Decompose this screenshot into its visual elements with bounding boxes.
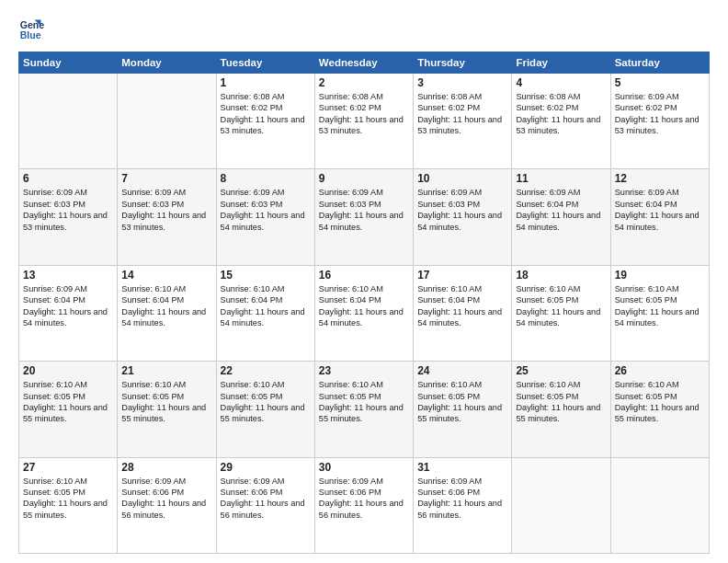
cell-line: Sunrise: 6:09 AM [319, 477, 383, 486]
logo-icon: General Blue [18, 17, 44, 42]
cell-line: Sunrise: 6:10 AM [615, 380, 679, 389]
cell-line: Sunrise: 6:10 AM [516, 284, 580, 293]
calendar-cell: 18Sunrise: 6:10 AMSunset: 6:05 PMDayligh… [512, 265, 610, 361]
cell-line: Daylight: 11 hours and 56 minutes. [417, 499, 502, 519]
calendar-cell: 16Sunrise: 6:10 AMSunset: 6:04 PMDayligh… [314, 265, 413, 361]
day-header-monday: Monday [118, 52, 216, 74]
cell-line: Sunset: 6:04 PM [121, 295, 184, 304]
calendar-cell: 5Sunrise: 6:09 AMSunset: 6:02 PMDaylight… [610, 74, 709, 169]
day-number: 2 [319, 76, 409, 89]
cell-text: Sunrise: 6:09 AMSunset: 6:03 PMDaylight:… [23, 187, 113, 233]
cell-text: Sunrise: 6:09 AMSunset: 6:03 PMDaylight:… [319, 187, 409, 233]
cell-line: Sunset: 6:05 PM [121, 392, 184, 401]
cell-line: Sunrise: 6:10 AM [23, 477, 87, 486]
cell-text: Sunrise: 6:10 AMSunset: 6:04 PMDaylight:… [417, 283, 507, 329]
day-header-sunday: Sunday [19, 52, 118, 74]
cell-line: Sunset: 6:05 PM [615, 392, 677, 401]
cell-line: Daylight: 11 hours and 54 minutes. [221, 211, 305, 231]
cell-line: Daylight: 11 hours and 53 minutes. [516, 115, 600, 135]
cell-line: Daylight: 11 hours and 54 minutes. [516, 211, 600, 231]
calendar-cell: 30Sunrise: 6:09 AMSunset: 6:06 PMDayligh… [314, 457, 413, 553]
cell-text: Sunrise: 6:10 AMSunset: 6:04 PMDaylight:… [319, 283, 409, 329]
cell-line: Sunrise: 6:08 AM [221, 92, 285, 101]
day-number: 9 [319, 172, 409, 185]
cell-line: Sunset: 6:05 PM [23, 488, 85, 497]
cell-text: Sunrise: 6:10 AMSunset: 6:05 PMDaylight:… [516, 283, 606, 329]
calendar-cell [19, 74, 118, 169]
cell-line: Daylight: 11 hours and 55 minutes. [516, 403, 600, 423]
cell-line: Daylight: 11 hours and 55 minutes. [615, 403, 700, 423]
cell-text: Sunrise: 6:10 AMSunset: 6:05 PMDaylight:… [23, 379, 113, 425]
calendar-cell: 19Sunrise: 6:10 AMSunset: 6:05 PMDayligh… [610, 265, 709, 361]
calendar-cell: 14Sunrise: 6:10 AMSunset: 6:04 PMDayligh… [118, 265, 216, 361]
day-number: 27 [23, 461, 113, 474]
cell-text: Sunrise: 6:08 AMSunset: 6:02 PMDaylight:… [221, 91, 311, 137]
cell-line: Daylight: 11 hours and 54 minutes. [221, 307, 305, 327]
cell-text: Sunrise: 6:10 AMSunset: 6:05 PMDaylight:… [615, 379, 705, 425]
day-number: 8 [221, 172, 311, 185]
cell-line: Daylight: 11 hours and 55 minutes. [121, 403, 206, 423]
cell-text: Sunrise: 6:09 AMSunset: 6:06 PMDaylight:… [221, 476, 311, 522]
calendar-cell [118, 74, 216, 169]
day-number: 5 [615, 76, 705, 89]
day-number: 3 [417, 76, 507, 89]
cell-text: Sunrise: 6:10 AMSunset: 6:05 PMDaylight:… [319, 379, 409, 425]
cell-line: Sunrise: 6:09 AM [23, 188, 87, 197]
calendar-cell: 13Sunrise: 6:09 AMSunset: 6:04 PMDayligh… [19, 265, 118, 361]
cell-line: Sunrise: 6:10 AM [121, 380, 186, 389]
day-number: 17 [417, 269, 507, 282]
cell-line: Sunset: 6:03 PM [121, 200, 184, 209]
calendar-cell: 23Sunrise: 6:10 AMSunset: 6:05 PMDayligh… [314, 362, 413, 457]
cell-text: Sunrise: 6:10 AMSunset: 6:05 PMDaylight:… [615, 283, 705, 329]
cell-line: Sunset: 6:03 PM [319, 200, 381, 209]
cell-text: Sunrise: 6:09 AMSunset: 6:06 PMDaylight:… [121, 476, 211, 522]
cell-line: Sunrise: 6:10 AM [516, 380, 580, 389]
cell-line: Sunrise: 6:09 AM [23, 284, 87, 293]
cell-line: Sunset: 6:04 PM [23, 295, 85, 304]
day-number: 1 [221, 76, 311, 89]
cell-text: Sunrise: 6:10 AMSunset: 6:04 PMDaylight:… [121, 283, 211, 329]
cell-line: Daylight: 11 hours and 53 minutes. [417, 115, 502, 135]
day-number: 15 [221, 269, 311, 282]
calendar-cell: 11Sunrise: 6:09 AMSunset: 6:04 PMDayligh… [512, 169, 610, 265]
cell-line: Daylight: 11 hours and 54 minutes. [615, 307, 700, 327]
calendar-cell: 21Sunrise: 6:10 AMSunset: 6:05 PMDayligh… [118, 362, 216, 457]
calendar-week-2: 6Sunrise: 6:09 AMSunset: 6:03 PMDaylight… [19, 169, 710, 265]
cell-line: Sunset: 6:03 PM [221, 200, 283, 209]
cell-line: Sunset: 6:04 PM [319, 295, 381, 304]
cell-line: Daylight: 11 hours and 56 minutes. [221, 499, 305, 519]
day-number: 24 [417, 364, 507, 377]
cell-text: Sunrise: 6:10 AMSunset: 6:05 PMDaylight:… [23, 476, 113, 522]
day-number: 22 [221, 364, 311, 377]
calendar-cell: 2Sunrise: 6:08 AMSunset: 6:02 PMDaylight… [314, 74, 413, 169]
cell-line: Sunset: 6:03 PM [23, 200, 85, 209]
cell-line: Sunset: 6:05 PM [516, 295, 578, 304]
cell-line: Sunrise: 6:10 AM [221, 284, 285, 293]
day-number: 16 [319, 269, 409, 282]
cell-line: Sunrise: 6:09 AM [221, 188, 285, 197]
cell-line: Daylight: 11 hours and 54 minutes. [516, 307, 600, 327]
cell-text: Sunrise: 6:08 AMSunset: 6:02 PMDaylight:… [516, 91, 606, 137]
day-number: 30 [319, 461, 409, 474]
cell-line: Daylight: 11 hours and 56 minutes. [121, 499, 206, 519]
day-header-thursday: Thursday [414, 52, 512, 74]
calendar-cell: 28Sunrise: 6:09 AMSunset: 6:06 PMDayligh… [118, 457, 216, 553]
cell-line: Sunset: 6:04 PM [516, 200, 578, 209]
cell-line: Sunset: 6:06 PM [121, 488, 184, 497]
day-header-tuesday: Tuesday [216, 52, 314, 74]
cell-line: Sunrise: 6:09 AM [615, 188, 679, 197]
cell-line: Daylight: 11 hours and 53 minutes. [221, 115, 305, 135]
calendar-cell: 24Sunrise: 6:10 AMSunset: 6:05 PMDayligh… [414, 362, 512, 457]
calendar-cell: 25Sunrise: 6:10 AMSunset: 6:05 PMDayligh… [512, 362, 610, 457]
cell-line: Sunrise: 6:09 AM [417, 188, 482, 197]
cell-line: Sunset: 6:05 PM [319, 392, 381, 401]
day-number: 28 [121, 461, 211, 474]
cell-line: Daylight: 11 hours and 54 minutes. [615, 211, 700, 231]
day-number: 13 [23, 269, 113, 282]
day-number: 21 [121, 364, 211, 377]
cell-line: Sunrise: 6:09 AM [516, 188, 580, 197]
cell-line: Sunrise: 6:08 AM [417, 92, 482, 101]
cell-line: Daylight: 11 hours and 54 minutes. [417, 307, 502, 327]
day-number: 6 [23, 172, 113, 185]
header-row: SundayMondayTuesdayWednesdayThursdayFrid… [19, 52, 710, 74]
